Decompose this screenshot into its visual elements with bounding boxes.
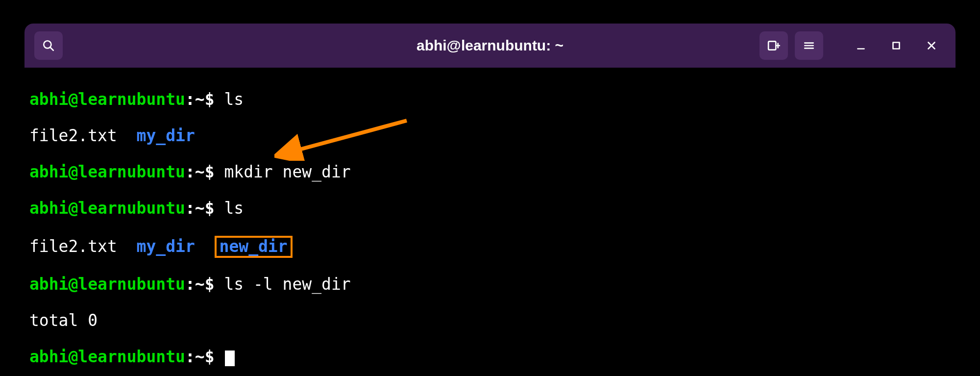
new-tab-button[interactable] [760,31,788,60]
command-text: ls [224,199,244,218]
terminal-line: abhi@learnubuntu:~$ ls [29,200,951,218]
command-text: mkdir new_dir [224,162,350,181]
prompt-user: abhi@learnubuntu [29,162,185,181]
dir-entry: my_dir [137,237,195,256]
output-text: total 0 [29,311,98,330]
command-text: ls -l new_dir [224,275,350,294]
search-icon [42,39,55,52]
prompt-path: ~ [195,162,205,181]
cursor [225,351,235,366]
hamburger-menu-icon [803,39,815,52]
titlebar-left [34,31,63,60]
window-title: abhi@learnubuntu: ~ [416,37,564,54]
titlebar-right [760,31,946,60]
prompt-path: ~ [195,275,205,294]
menu-button[interactable] [795,31,823,60]
annotation-highlight: new_dir [215,236,293,258]
dir-entry: my_dir [137,126,195,145]
prompt-sep: : [185,275,195,294]
terminal-line: abhi@learnubuntu:~$ ls -l new_dir [29,276,951,294]
prompt-sep: : [185,162,195,181]
prompt-path: ~ [195,90,205,109]
terminal-window: abhi@learnubuntu: ~ [24,24,956,376]
new-tab-icon [767,39,780,52]
minimize-icon [855,39,867,52]
svg-rect-9 [893,43,900,49]
svg-rect-2 [768,41,776,50]
file-entry: file2.txt [29,237,117,256]
maximize-button[interactable] [882,31,910,60]
maximize-icon [890,39,903,52]
prompt-path: ~ [195,199,205,218]
titlebar: abhi@learnubuntu: ~ [24,24,956,68]
search-button[interactable] [34,31,63,60]
prompt-symbol: $ [205,347,215,366]
prompt-user: abhi@learnubuntu [29,275,185,294]
terminal-line: abhi@learnubuntu:~$ [29,348,951,366]
svg-line-1 [50,47,53,50]
dir-entry: new_dir [220,237,288,256]
close-icon [925,39,938,52]
terminal-line: file2.txt my_dir [29,127,951,145]
prompt-symbol: $ [205,199,215,218]
prompt-sep: : [185,199,195,218]
terminal-line: file2.txt my_dir new_dir [29,236,951,258]
close-button[interactable] [917,31,946,60]
command-text: ls [224,90,244,109]
prompt-user: abhi@learnubuntu [29,90,185,109]
file-entry: file2.txt [29,126,117,145]
terminal-body[interactable]: abhi@learnubuntu:~$ ls file2.txt my_dir … [24,68,956,376]
prompt-sep: : [185,90,195,109]
prompt-path: ~ [195,347,205,366]
terminal-line: total 0 [29,312,951,330]
prompt-user: abhi@learnubuntu [29,199,185,218]
prompt-symbol: $ [205,90,215,109]
prompt-symbol: $ [205,275,215,294]
prompt-user: abhi@learnubuntu [29,347,185,366]
prompt-symbol: $ [205,162,215,181]
terminal-line: abhi@learnubuntu:~$ mkdir new_dir [29,163,951,181]
terminal-line: abhi@learnubuntu:~$ ls [29,91,951,109]
minimize-button[interactable] [847,31,875,60]
prompt-sep: : [185,347,195,366]
